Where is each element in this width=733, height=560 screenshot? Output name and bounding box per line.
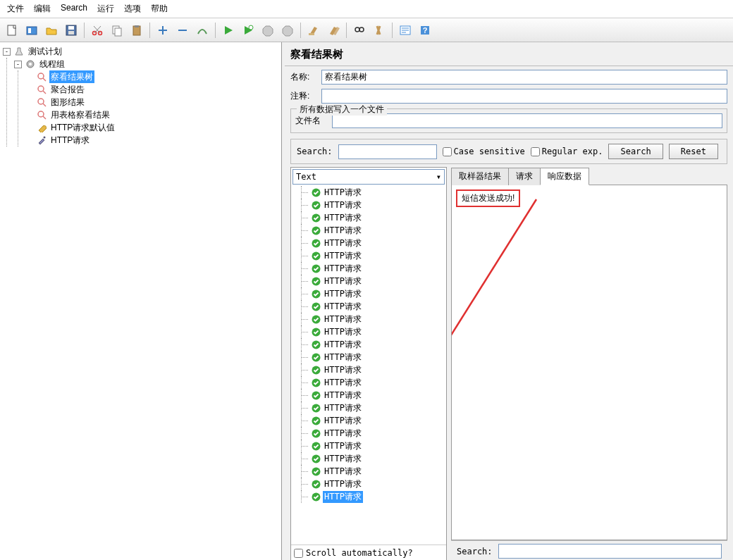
- help-icon[interactable]: ?: [416, 21, 434, 39]
- result-item[interactable]: HTTP请求: [291, 402, 446, 414]
- copy-icon[interactable]: [108, 21, 126, 39]
- clear-all-icon[interactable]: [324, 21, 343, 39]
- flask-icon: [13, 46, 25, 57]
- save-icon[interactable]: [62, 21, 80, 39]
- result-item[interactable]: HTTP请求: [291, 363, 446, 376]
- separator: [215, 23, 216, 38]
- result-item[interactable]: HTTP请求: [291, 338, 446, 351]
- thread-group-label[interactable]: 线程组: [38, 58, 66, 70]
- result-item[interactable]: HTTP请求: [291, 199, 446, 211]
- result-item[interactable]: HTTP请求: [291, 275, 446, 287]
- result-item[interactable]: HTTP请求: [291, 237, 446, 249]
- result-item[interactable]: HTTP请求: [291, 478, 446, 490]
- toggle-icon[interactable]: [193, 21, 211, 39]
- success-icon: [311, 327, 321, 337]
- success-icon: [311, 466, 321, 476]
- search-input[interactable]: [338, 144, 437, 159]
- success-icon: [311, 289, 321, 299]
- shutdown-icon[interactable]: [278, 21, 297, 39]
- result-item[interactable]: HTTP请求: [291, 427, 446, 440]
- result-item[interactable]: HTTP请求: [291, 211, 446, 224]
- success-icon: [311, 301, 321, 311]
- bottom-search-label: Search:: [457, 547, 493, 556]
- case-sensitive-checkbox[interactable]: Case sensitive: [443, 147, 525, 156]
- tab-0[interactable]: 取样器结果: [451, 168, 509, 185]
- result-item[interactable]: HTTP请求: [291, 389, 446, 402]
- result-item[interactable]: HTTP请求: [291, 287, 446, 300]
- result-item[interactable]: HTTP请求: [291, 300, 446, 313]
- filename-input[interactable]: [332, 113, 722, 128]
- scroll-auto-checkbox[interactable]: [294, 549, 303, 558]
- result-item[interactable]: HTTP请求: [291, 440, 446, 452]
- tree-toggle[interactable]: -: [14, 61, 22, 68]
- result-list[interactable]: HTTP请求HTTP请求HTTP请求HTTP请求HTTP请求HTTP请求HTTP…: [291, 186, 446, 545]
- new-icon[interactable]: [3, 21, 21, 39]
- menu-file[interactable]: 文件: [3, 1, 28, 16]
- response-body[interactable]: 短信发送成功!: [451, 185, 727, 540]
- file-output-group: 所有数据写入一个文件 文件名: [290, 108, 727, 133]
- menu-search[interactable]: Search: [56, 1, 92, 16]
- svg-rect-11: [135, 25, 139, 27]
- svg-rect-4: [68, 26, 74, 30]
- tree-item[interactable]: HTTP请求默认值: [49, 121, 116, 134]
- tree-toggle[interactable]: -: [3, 48, 11, 56]
- search-icon[interactable]: [350, 21, 369, 39]
- separator: [84, 23, 85, 38]
- reset-search-icon[interactable]: [370, 21, 388, 39]
- expand-icon[interactable]: [154, 21, 172, 39]
- success-icon: [311, 352, 321, 362]
- name-input[interactable]: [321, 70, 727, 85]
- renderer-dropdown[interactable]: Text ▾: [292, 169, 445, 185]
- menu-help[interactable]: 帮助: [147, 1, 172, 16]
- result-item[interactable]: HTTP请求: [291, 325, 446, 338]
- result-item[interactable]: HTTP请求: [291, 465, 446, 478]
- result-item[interactable]: HTTP请求: [291, 313, 446, 325]
- clear-icon[interactable]: [304, 21, 323, 39]
- collapse-icon[interactable]: [173, 21, 192, 39]
- cut-icon[interactable]: [88, 21, 106, 39]
- result-item[interactable]: HTTP请求: [291, 414, 446, 427]
- tree-item[interactable]: 聚合报告: [49, 83, 86, 96]
- reset-button[interactable]: Reset: [669, 144, 718, 159]
- result-item[interactable]: HTTP请求: [291, 249, 446, 262]
- result-item[interactable]: HTTP请求: [291, 224, 446, 237]
- start-no-timers-icon[interactable]: [239, 21, 257, 39]
- result-item[interactable]: HTTP请求: [291, 262, 446, 275]
- open-icon[interactable]: [42, 21, 61, 39]
- menu-edit[interactable]: 编辑: [30, 1, 55, 16]
- result-item[interactable]: HTTP请求: [291, 376, 446, 389]
- stop-icon[interactable]: [259, 21, 277, 39]
- success-icon: [311, 263, 321, 273]
- regex-checkbox[interactable]: Regular exp.: [531, 147, 603, 156]
- toolbar: ?: [0, 18, 733, 42]
- menu-options[interactable]: 选项: [120, 1, 145, 16]
- tree-item[interactable]: 图形结果: [49, 96, 86, 108]
- chevron-down-icon: ▾: [436, 172, 441, 182]
- svg-point-12: [249, 25, 253, 30]
- tree-item[interactable]: 用表格察看结果: [49, 108, 111, 121]
- function-helper-icon[interactable]: [396, 21, 414, 39]
- test-plan-tree[interactable]: - 测试计划 - 线程组 察看结果树聚合报告图形结果用表格察看结果HTTP请求默…: [0, 42, 282, 560]
- tree-item[interactable]: 察看结果树: [49, 70, 94, 83]
- tree-root-label[interactable]: 测试计划: [27, 45, 63, 58]
- tab-2[interactable]: 响应数据: [540, 168, 589, 185]
- tree-item[interactable]: HTTP请求: [49, 134, 91, 147]
- listener-panel: 察看结果树 名称: 注释: 所有数据写入一个文件 文件名 Search: Cas…: [282, 42, 733, 560]
- arrow-annotation: [451, 192, 543, 516]
- result-item[interactable]: HTTP请求: [291, 490, 446, 503]
- tab-1[interactable]: 请求: [508, 168, 541, 185]
- result-item[interactable]: HTTP请求: [291, 452, 446, 465]
- result-item[interactable]: HTTP请求: [291, 186, 446, 199]
- success-icon: [311, 314, 321, 324]
- glass-icon: [36, 109, 47, 120]
- start-icon[interactable]: [219, 21, 238, 39]
- search-button[interactable]: Search: [608, 144, 663, 159]
- menu-run[interactable]: 运行: [93, 1, 118, 16]
- success-icon: [311, 416, 321, 425]
- comment-input[interactable]: [321, 89, 727, 104]
- bottom-search-input[interactable]: [498, 544, 722, 559]
- paste-icon[interactable]: [128, 21, 146, 39]
- templates-icon[interactable]: [23, 21, 41, 39]
- result-item[interactable]: HTTP请求: [291, 351, 446, 363]
- success-icon: [311, 454, 321, 463]
